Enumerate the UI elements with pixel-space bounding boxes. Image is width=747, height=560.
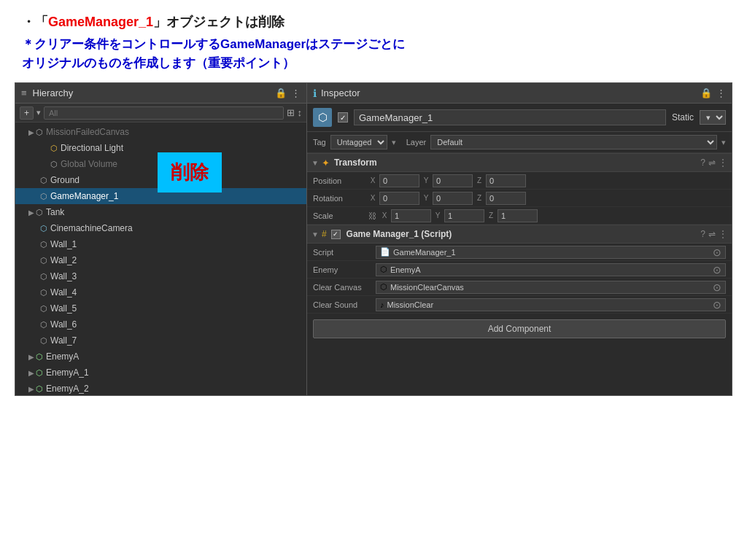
annotation-line3-text: オリジナルのものを作成します（重要ポイント） — [22, 56, 295, 70]
rot-x-label: X — [368, 194, 377, 202]
item-cube-icon: ⬡ — [40, 192, 47, 201]
clear-canvas-text: MissionClearCanvas — [390, 283, 464, 292]
hierarchy-title: Hierarchy — [33, 88, 74, 98]
script-section-title: Game Manager_1 (Script) — [347, 229, 452, 239]
scale-row: Scale ⛓ X Y Z — [307, 207, 732, 225]
hierarchy-item-wall-4[interactable]: ⬡Wall_4 — [15, 284, 306, 300]
unity-editor: ≡ Hierarchy 🔒 ⋮ + ▾ ⊞ ↕ ▶⬡MissionFailedC… — [15, 82, 732, 396]
hierarchy-dropdown-arrow[interactable]: ▾ — [36, 108, 41, 117]
annotation-name: GameManager_1 — [48, 15, 153, 29]
item-cube-icon: ⬡ — [40, 320, 47, 330]
item-label: EnemyA_1 — [46, 368, 89, 378]
enemy-field-dot[interactable]: ⊙ — [713, 264, 721, 276]
item-label: GameManager_1 — [50, 191, 118, 201]
transform-section-header: ▼ ✦ Transform ? ⇌ ⋮ — [307, 153, 732, 172]
inspector-title: Inspector — [321, 88, 360, 98]
scale-xyz-group: ⛓ X Y Z — [368, 209, 726, 222]
hierarchy-item-tank[interactable]: ▶⬡Tank — [15, 204, 306, 220]
hierarchy-header-actions: 🔒 ⋮ — [275, 88, 301, 98]
item-cube-icon: ⬡ — [40, 256, 47, 265]
item-label: Wall_3 — [50, 271, 77, 281]
clear-canvas-field-row: Clear Canvas ⬡ MissionClearCanvas ⊙ — [307, 279, 732, 296]
transform-help-icon[interactable]: ? — [700, 158, 705, 168]
scale-link-icon[interactable]: ⛓ — [368, 211, 376, 220]
script-more-icon[interactable]: ⋮ — [719, 229, 727, 239]
hierarchy-search-input[interactable] — [44, 106, 283, 120]
hierarchy-lock-icon[interactable]: 🔒 — [275, 88, 287, 98]
hierarchy-item-enemya[interactable]: ▶⬡EnemyA — [15, 349, 306, 365]
layer-dropdown[interactable]: Default — [430, 135, 717, 149]
go-static-label: Static — [672, 112, 694, 122]
hierarchy-item-wall-1[interactable]: ⬡Wall_1 — [15, 236, 306, 252]
clear-sound-dot[interactable]: ⊙ — [713, 299, 721, 311]
transform-more-icon[interactable]: ⋮ — [719, 158, 727, 168]
rotation-label: Rotation — [313, 194, 364, 203]
inspector-info-icon: ℹ — [313, 88, 317, 99]
clear-sound-text: MissionClear — [387, 300, 434, 309]
clear-canvas-cube-icon: ⬡ — [380, 282, 387, 292]
pos-z-input[interactable] — [486, 174, 526, 187]
hierarchy-more-icon[interactable]: ⋮ — [291, 88, 301, 98]
scale-x-input[interactable] — [391, 209, 431, 222]
pos-y-input[interactable] — [433, 174, 473, 187]
scale-y-input[interactable] — [444, 209, 484, 222]
enemy-cube-icon: ⬡ — [380, 265, 387, 274]
inspector-lock-icon[interactable]: 🔒 — [700, 88, 712, 98]
inspector-header-actions: 🔒 ⋮ — [700, 88, 726, 98]
script-settings-icon[interactable]: ⇌ — [708, 229, 716, 239]
item-cube-icon: ⬡ — [40, 176, 47, 185]
script-field-value: 📄 GameManager_1 ⊙ — [376, 246, 726, 259]
script-field-dot[interactable]: ⊙ — [713, 246, 721, 258]
clear-canvas-field-value: ⬡ MissionClearCanvas ⊙ — [376, 281, 726, 294]
hierarchy-item-cinemachinecamera[interactable]: ⬡CinemachineCamera — [15, 220, 306, 236]
annotation-line2-text: ＊クリアー条件をコントロールするGameManagerはステージごとに — [22, 37, 405, 51]
script-section-header: ▼ # ✓ Game Manager_1 (Script) ? ⇌ ⋮ — [307, 225, 732, 244]
rot-y-input[interactable] — [433, 192, 473, 205]
go-active-checkbox[interactable]: ✓ — [338, 112, 348, 122]
rot-z-input[interactable] — [486, 192, 526, 205]
item-cube-icon: ⬡ — [36, 128, 43, 137]
hierarchy-item-missionfailedcanvas[interactable]: ▶⬡MissionFailedCanvas — [15, 124, 306, 140]
scale-z-input[interactable] — [498, 209, 538, 222]
hierarchy-item-enemya-1[interactable]: ▶⬡EnemyA_1 — [15, 365, 306, 381]
hierarchy-item-wall-6[interactable]: ⬡Wall_6 — [15, 316, 306, 332]
rot-x-input[interactable] — [379, 192, 419, 205]
transform-collapse-arrow[interactable]: ▼ — [311, 159, 319, 167]
script-collapse-arrow[interactable]: ▼ — [311, 230, 319, 238]
clear-canvas-dot[interactable]: ⊙ — [713, 281, 721, 293]
pos-x-input[interactable] — [379, 174, 419, 187]
item-label: Global Volume — [61, 159, 117, 169]
annotation-line1: ・「GameManager_1」オブジェクトは削除 — [22, 13, 725, 31]
hierarchy-add-button[interactable]: + — [20, 106, 34, 120]
hierarchy-item-wall-5[interactable]: ⬡Wall_5 — [15, 300, 306, 316]
item-cube-icon: ⬡ — [36, 368, 43, 378]
enemy-field-text: EnemyA — [390, 265, 421, 274]
item-label: Wall_7 — [50, 335, 77, 346]
annotation-suffix: 」オブジェクトは削除 — [153, 15, 285, 29]
hierarchy-item-wall-7[interactable]: ⬡Wall_7 — [15, 332, 306, 349]
item-label: Wall_1 — [50, 239, 77, 249]
inspector-more-icon[interactable]: ⋮ — [716, 88, 726, 98]
go-name-input[interactable] — [354, 109, 666, 125]
hierarchy-item-wall-3[interactable]: ⬡Wall_3 — [15, 268, 306, 284]
add-component-button[interactable]: Add Component — [313, 319, 726, 338]
transform-settings-icon[interactable]: ⇌ — [708, 158, 716, 168]
script-active-checkbox[interactable]: ✓ — [331, 230, 341, 239]
hierarchy-item-enemya-2[interactable]: ▶⬡EnemyA_2 — [15, 381, 306, 395]
go-static-dropdown[interactable]: ▾ — [700, 110, 726, 125]
clear-canvas-label: Clear Canvas — [313, 283, 371, 292]
rot-y-label: Y — [422, 194, 430, 202]
tag-label: Tag — [313, 138, 326, 147]
clear-sound-field-value: ♪ MissionClear ⊙ — [376, 298, 726, 311]
tag-layer-row: Tag Untagged ▾ Layer Default ▾ — [307, 132, 732, 153]
inspector-panel: ℹ Inspector 🔒 ⋮ ⬡ ✓ Static ▾ Tag Untagge… — [307, 83, 732, 395]
item-arrow: ▶ — [28, 369, 34, 377]
item-label: EnemyA_2 — [46, 384, 89, 394]
script-field-row: Script 📄 GameManager_1 ⊙ — [307, 244, 732, 261]
hierarchy-item-wall-2[interactable]: ⬡Wall_2 — [15, 252, 306, 268]
item-arrow: ▶ — [28, 209, 34, 217]
tag-dropdown[interactable]: Untagged — [330, 135, 387, 149]
hierarchy-filter-icon[interactable]: ⊞ — [287, 107, 295, 118]
hierarchy-sort-icon[interactable]: ↕ — [298, 107, 303, 118]
script-help-icon[interactable]: ? — [700, 229, 705, 239]
